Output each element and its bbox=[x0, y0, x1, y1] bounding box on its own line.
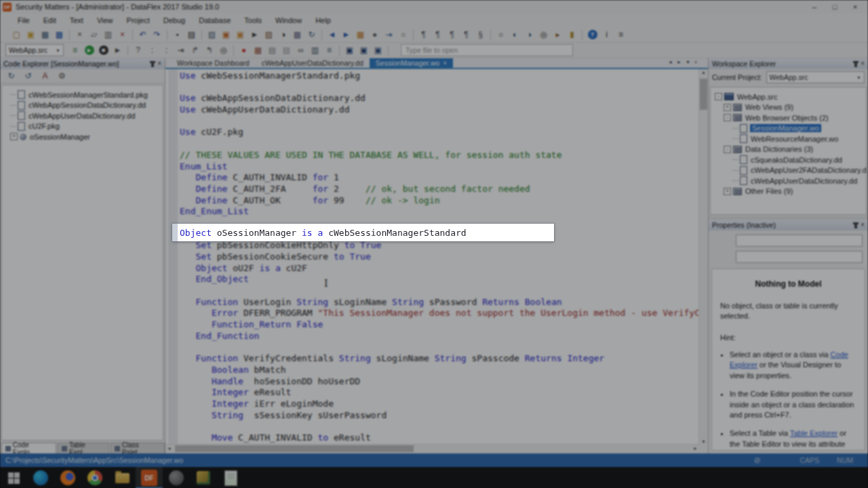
refresh-button[interactable]: ↻ bbox=[4, 70, 18, 83]
tree-item[interactable]: cSqueaksDataDictionary.dd bbox=[711, 155, 866, 165]
goto-prev-mark-button[interactable]: ¶ bbox=[416, 28, 431, 41]
restore-button[interactable]: □ bbox=[825, 3, 845, 11]
code-line[interactable]: Function UserLogin String sLoginName Str… bbox=[180, 297, 699, 308]
code-line[interactable]: End_Function bbox=[180, 331, 699, 342]
grid-tool-button[interactable]: ▦ bbox=[353, 28, 368, 41]
cut-button[interactable]: × bbox=[73, 28, 87, 41]
taskbar-app-doc-button[interactable] bbox=[217, 467, 244, 488]
taskbar-explorer-button[interactable] bbox=[108, 467, 136, 488]
taskbar-app-gray-button[interactable] bbox=[163, 467, 190, 488]
reload-button[interactable]: ↻ bbox=[304, 28, 319, 41]
tree-item[interactable]: WebResourceManager.wo bbox=[711, 134, 866, 144]
horizontal-scroll-thumb[interactable] bbox=[175, 445, 414, 452]
nav-forward-button[interactable]: ► bbox=[339, 28, 353, 41]
code-line[interactable] bbox=[180, 342, 699, 354]
tree-item[interactable]: -Web Browser Objects (2) bbox=[711, 113, 866, 123]
pin-icon[interactable] bbox=[151, 61, 154, 67]
record-macro-button[interactable]: ▪ bbox=[170, 28, 184, 41]
expand-minus-icon[interactable]: - bbox=[724, 146, 731, 153]
options-button[interactable]: ⚙ bbox=[55, 70, 69, 83]
code-line[interactable]: Set pbSessionCookieHttpOnly to True bbox=[180, 240, 699, 251]
find-previous-button[interactable]: ◑ bbox=[522, 28, 536, 41]
properties-mode-button[interactable]: A bbox=[38, 70, 52, 83]
menu-database[interactable]: Database bbox=[192, 16, 237, 24]
delete-button[interactable]: × bbox=[115, 28, 130, 41]
code-line[interactable]: Define C_AUTH_INVALID for 1 bbox=[180, 172, 699, 184]
document-tab[interactable]: Workspace Dashboard bbox=[171, 58, 256, 68]
tree-item[interactable]: cWebAppUserDataDictionary.dd bbox=[711, 176, 866, 186]
code-line[interactable]: Handle hoSessionDD hoUserDD bbox=[180, 376, 699, 388]
code-line[interactable]: Define C_AUTH_OK for 99 // ok -> login bbox=[180, 195, 699, 207]
step-over-button[interactable]: ↱ bbox=[188, 44, 202, 57]
document-tab[interactable]: cWebAppUserDataDictionary.dd bbox=[256, 58, 370, 68]
user-tool-button[interactable]: ● bbox=[368, 28, 382, 41]
close-document-icon[interactable]: × bbox=[694, 60, 697, 64]
module-one-button[interactable]: ▣ bbox=[342, 44, 357, 57]
code-line[interactable]: Object oU2F is a cU2F bbox=[180, 263, 699, 274]
comment-block-button[interactable]: § bbox=[473, 28, 488, 41]
breakpoint-toggle-button[interactable]: : bbox=[159, 44, 174, 57]
code-line[interactable]: Use cWebAppUserDataDictionary.dd bbox=[180, 104, 699, 116]
menu-file[interactable]: File bbox=[11, 16, 37, 24]
paste-button[interactable]: ▥ bbox=[101, 28, 115, 41]
edit-code-alt-button[interactable]: ▣ bbox=[233, 28, 248, 41]
vertical-scroll-thumb[interactable] bbox=[700, 79, 707, 110]
pointer-button[interactable]: ► bbox=[248, 28, 262, 41]
code-line[interactable] bbox=[180, 285, 699, 297]
table-editor-button[interactable]: ▦ bbox=[251, 44, 265, 57]
pie-view-button[interactable]: ◑ bbox=[276, 28, 290, 41]
save-button[interactable]: ▦ bbox=[38, 28, 52, 41]
toggle-mark-button[interactable]: ¶ bbox=[445, 28, 459, 41]
scroll-up-icon[interactable]: ▲ bbox=[699, 70, 708, 75]
panel-view-button[interactable]: ▥ bbox=[308, 44, 322, 57]
new-file-button[interactable]: ▢ bbox=[9, 28, 24, 41]
expand-plus-icon[interactable]: + bbox=[724, 104, 731, 111]
menu-tools[interactable]: Tools bbox=[237, 16, 269, 24]
panel-tab-codeexplo[interactable]: Code Explo... bbox=[1, 443, 56, 453]
code-line[interactable]: Integer eResult bbox=[180, 387, 699, 399]
tree-item[interactable]: cWebAppUser2FADataDictionary.dd bbox=[711, 165, 866, 176]
stamp-one-button[interactable]: ▤ bbox=[265, 44, 279, 57]
module-three-button[interactable]: ▣ bbox=[371, 44, 385, 57]
taskbar-app-tools-button[interactable] bbox=[190, 467, 217, 488]
code-line[interactable]: Boolean bMatch bbox=[180, 365, 699, 376]
properties-class-selector[interactable] bbox=[736, 251, 863, 263]
code-line[interactable]: Use cWebAppSessionDataDictionary.dd bbox=[180, 93, 699, 104]
code-area[interactable]: Use cWebSessionManagerStandard.pkg Use c… bbox=[165, 69, 699, 445]
run-to-cursor-button[interactable]: ◎ bbox=[216, 44, 231, 57]
table-explorer-link[interactable]: Table Explorer bbox=[790, 429, 837, 437]
menu-edit[interactable]: Edit bbox=[37, 16, 63, 24]
search-doc-button[interactable]: ○ bbox=[396, 28, 410, 41]
menu-view[interactable]: View bbox=[90, 16, 120, 24]
scroll-left-icon[interactable]: ◄ bbox=[167, 446, 172, 451]
menu-project[interactable]: Project bbox=[120, 16, 157, 24]
scroll-down-icon[interactable]: ▼ bbox=[699, 439, 708, 444]
tree-item[interactable]: +Other Files (9) bbox=[711, 186, 866, 197]
scroll-tabs-right-icon[interactable]: ► bbox=[677, 60, 682, 64]
code-line[interactable]: Enum_List bbox=[180, 161, 699, 173]
close-button[interactable]: × bbox=[845, 3, 865, 11]
module-two-button[interactable]: ▣ bbox=[357, 44, 371, 57]
properties-object-selector[interactable] bbox=[736, 235, 863, 247]
code-line[interactable]: Function VerifyCredentials String sLogin… bbox=[180, 353, 699, 365]
bookmark-button[interactable]: ▸ bbox=[551, 28, 565, 41]
menu-debug[interactable]: Debug bbox=[157, 16, 192, 24]
taskbar-edge-button[interactable] bbox=[27, 467, 54, 488]
find-in-files-button[interactable]: ◎ bbox=[536, 28, 551, 41]
menu-text[interactable]: Text bbox=[63, 16, 90, 24]
find-next-button[interactable]: ◐ bbox=[508, 28, 522, 41]
organize-button[interactable]: ≡ bbox=[68, 44, 82, 57]
redo-button[interactable]: ↷ bbox=[150, 28, 164, 41]
highlighted-code-line[interactable]: Object oSessionManager is a cWebSessionM… bbox=[172, 224, 554, 241]
close-icon[interactable]: × bbox=[861, 222, 865, 228]
list-view-button[interactable]: ≡ bbox=[322, 44, 336, 57]
code-line[interactable]: Use cU2F.pkg bbox=[180, 127, 699, 138]
code-line[interactable]: Move C_AUTH_INVALID to eResult bbox=[180, 432, 699, 444]
info-button[interactable]: i bbox=[599, 28, 614, 41]
panel-tab-tableexpl[interactable]: Table Expl... bbox=[58, 443, 109, 453]
tree-item[interactable]: SessionManager.wo bbox=[711, 123, 866, 134]
find-button[interactable]: ○ bbox=[494, 28, 508, 41]
taskbar-dataflex-button[interactable]: DF bbox=[136, 467, 163, 488]
vertical-scrollbar[interactable]: ▲ ▼ bbox=[698, 69, 708, 445]
close-icon[interactable]: × bbox=[157, 60, 161, 67]
